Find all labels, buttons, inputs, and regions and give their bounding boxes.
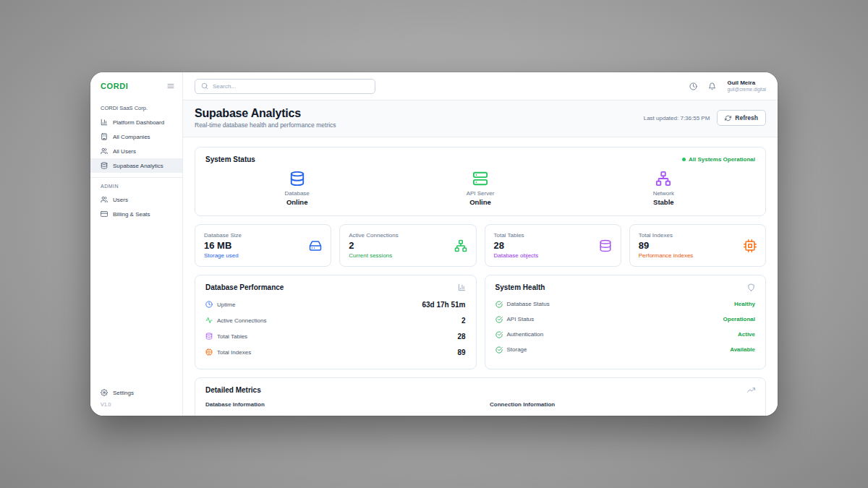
search-box[interactable] [195, 79, 375, 94]
detailed-metrics-title: Detailed Metrics [205, 386, 261, 394]
system-health-card: System Health Database Status [485, 275, 767, 369]
system-status-title: System Status [205, 155, 255, 163]
status-badge: All Systems Operational [682, 156, 755, 163]
metric-card-total-tables: Total Tables 28 Database objects [485, 224, 621, 267]
app-version: V1.0 [90, 400, 182, 416]
metric-card-active-connections: Active Connections 2 Current sessions [339, 224, 476, 267]
bar-chart-icon [458, 283, 466, 291]
status-item-database: Database Online [205, 171, 388, 206]
refresh-label: Refresh [735, 114, 758, 121]
app-window: CORDI CORDI SaaS Corp. Platform Dashboar… [90, 72, 778, 416]
search-input[interactable] [213, 83, 369, 90]
check-circle-icon [495, 331, 503, 338]
status-item-network: Network Stable [572, 171, 755, 206]
last-updated-text: Last updated: 7:36:55 PM [644, 115, 710, 121]
cpu-icon [744, 239, 757, 252]
cpu-icon [205, 348, 213, 356]
server-icon [472, 171, 488, 187]
page-header: Supabase Analytics Real-time database he… [183, 100, 778, 137]
sidebar-item-platform-dashboard[interactable]: Platform Dashboard [90, 115, 182, 129]
topbar: Guil Meira guil@creme.digital [183, 72, 778, 100]
perf-row-total-tables: Total Tables 28 [205, 328, 466, 344]
health-row-storage: Storage Available [495, 342, 756, 357]
sidebar: CORDI CORDI SaaS Corp. Platform Dashboar… [90, 72, 183, 416]
sidebar-item-users[interactable]: Users [90, 192, 182, 207]
sidebar-item-settings[interactable]: Settings [90, 385, 182, 400]
sidebar-item-label: All Users [113, 148, 136, 155]
content-area: System Status All Systems Operational Da… [183, 137, 778, 416]
org-label: CORDI SaaS Corp. [90, 96, 182, 115]
menu-icon[interactable] [166, 82, 175, 90]
check-circle-icon [495, 316, 503, 323]
system-status-card: System Status All Systems Operational Da… [195, 147, 766, 216]
detail-row-active-connections: Active Connections: 2 [490, 414, 755, 416]
detailed-metrics-card: Detailed Metrics Database Information Da… [195, 377, 766, 416]
sidebar-item-label: Users [113, 197, 128, 203]
database-icon [101, 162, 108, 169]
check-circle-icon [495, 346, 503, 354]
perf-row-uptime: Uptime 63d 17h 51m [205, 296, 466, 312]
database-icon [599, 239, 612, 252]
sidebar-item-label: All Companies [113, 134, 150, 140]
health-row-authentication: Authentication Active [495, 327, 756, 342]
perf-row-active-connections: Active Connections 2 [205, 312, 466, 328]
network-icon [454, 239, 467, 252]
sidebar-divider [90, 177, 182, 178]
database-performance-card: Database Performance Uptime [195, 275, 477, 369]
status-item-api-server: API Server Online [388, 171, 571, 206]
hard-drive-icon [309, 239, 322, 252]
metric-card-total-indexes: Total Indexes 89 Performance indexes [629, 224, 766, 267]
user-email: guil@creme.digital [727, 87, 766, 93]
users-icon [101, 196, 108, 203]
system-health-title: System Health [495, 283, 545, 291]
perf-row-total-indexes: Total Indexes 89 [205, 344, 466, 360]
health-row-api-status: API Status Operational [495, 312, 756, 327]
sidebar-item-label: Settings [113, 390, 134, 396]
search-icon [201, 82, 208, 90]
database-icon [289, 171, 305, 187]
metric-card-database-size: Database Size 16 MB Storage used [195, 224, 331, 267]
shield-icon [747, 283, 755, 291]
bar-chart-icon [101, 119, 108, 126]
database-icon [205, 333, 213, 340]
database-information-column: Database Information Database Size: 16 M… [205, 401, 471, 416]
building-icon [101, 133, 108, 140]
status-dot-icon [682, 158, 686, 161]
user-menu[interactable]: Guil Meira guil@creme.digital [727, 80, 766, 93]
network-icon [655, 171, 671, 187]
health-row-database-status: Database Status Healthy [495, 296, 756, 312]
connection-information-column: Connection Information Active Connection… [490, 401, 755, 416]
admin-section-label: ADMIN [90, 181, 182, 192]
bell-icon[interactable] [708, 82, 716, 90]
gear-icon [101, 389, 108, 396]
clock-icon[interactable] [689, 82, 697, 90]
sidebar-item-supabase-analytics[interactable]: Supabase Analytics [90, 158, 182, 173]
refresh-button[interactable]: Refresh [717, 110, 766, 126]
refresh-icon [725, 115, 731, 121]
check-circle-icon [495, 301, 503, 308]
users-icon [101, 147, 108, 155]
sidebar-item-all-companies[interactable]: All Companies [90, 129, 182, 144]
detail-row-database-size: Database Size: 16 MB [205, 414, 471, 416]
sidebar-item-all-users[interactable]: All Users [90, 144, 182, 158]
page-title: Supabase Analytics [195, 107, 336, 120]
page-subtitle: Real-time database health and performanc… [195, 121, 336, 129]
trending-up-icon [747, 386, 755, 394]
app-logo: CORDI [101, 82, 128, 90]
credit-card-icon [101, 210, 108, 218]
sidebar-item-label: Billing & Seats [113, 211, 150, 218]
user-name: Guil Meira [727, 80, 766, 87]
clock-icon [205, 301, 213, 308]
sidebar-item-billing-seats[interactable]: Billing & Seats [90, 207, 182, 221]
sidebar-item-label: Supabase Analytics [113, 163, 163, 169]
database-performance-title: Database Performance [205, 283, 284, 291]
sidebar-item-label: Platform Dashboard [113, 119, 164, 126]
activity-icon [205, 317, 213, 324]
